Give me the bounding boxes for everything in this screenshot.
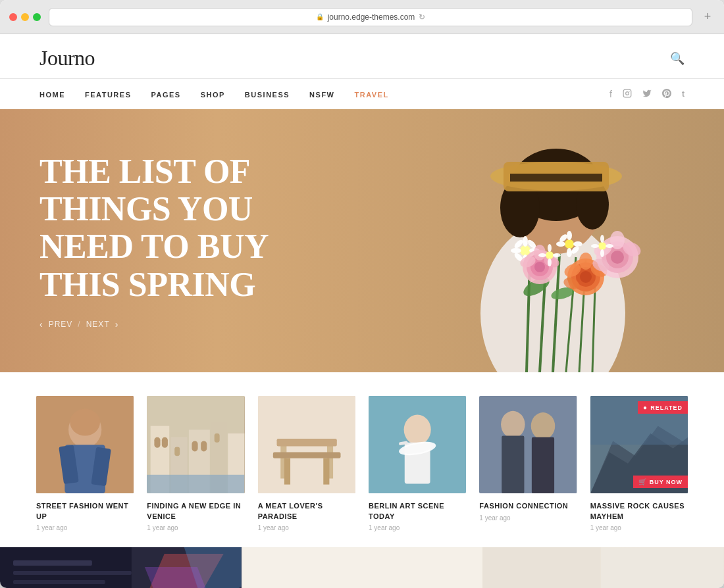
svg-point-65 [600, 235, 604, 243]
article-date-1: 1 year ago [36, 524, 134, 531]
article-card-4[interactable]: BERLIN ART SCENE TODAY 1 year ago [369, 396, 466, 531]
articles-section: STREET FASHION WENT UP 1 year ago [0, 372, 724, 547]
svg-point-49 [579, 253, 592, 270]
nav-link-home[interactable]: HOME [39, 91, 65, 99]
svg-rect-120 [482, 547, 601, 588]
browser-dots [9, 13, 41, 21]
svg-point-30 [567, 231, 572, 240]
social-links: f t [609, 89, 685, 100]
articles-grid: STREET FASHION WENT UP 1 year ago [36, 396, 688, 531]
svg-rect-92 [272, 453, 340, 458]
article-thumb-1 [36, 396, 134, 493]
svg-point-102 [501, 411, 525, 438]
article-date-6: 1 year ago [590, 524, 688, 531]
nav-separator: / [78, 319, 80, 328]
svg-rect-103 [502, 435, 525, 493]
facebook-icon[interactable]: f [609, 89, 612, 99]
nav-link-shop[interactable]: SHOP [201, 91, 225, 99]
svg-rect-118 [242, 547, 483, 588]
svg-point-42 [534, 245, 546, 260]
minimize-dot[interactable] [21, 13, 29, 21]
svg-rect-113 [13, 580, 105, 584]
article-card-2[interactable]: FINDING A NEW EDGE IN VENICE 1 year ago [147, 396, 244, 531]
article-date-4: 1 year ago [369, 524, 466, 531]
article-title-6: MASSIVE ROCK CAUSES MAYHEM [590, 501, 688, 522]
website-content: Journo 🔍 HOME FEATURES PAGES SHOP BUSINE… [0, 34, 724, 588]
svg-point-46 [580, 271, 592, 283]
article-title-4: BERLIN ART SCENE TODAY [369, 501, 466, 522]
cart-icon: 🛒 [638, 478, 647, 485]
article-thumb-6: ● RELATED 🛒 BUY NOW [590, 396, 688, 493]
nav-links: HOME FEATURES PAGES SHOP BUSINESS NSFW T… [39, 88, 389, 100]
header-divider [0, 78, 724, 79]
hero-image [408, 129, 685, 372]
svg-rect-94 [323, 458, 329, 485]
refresh-icon[interactable]: ↻ [419, 12, 425, 22]
svg-point-60 [548, 244, 552, 252]
address-bar[interactable]: 🔒 journo.edge-themes.com ↻ [49, 8, 692, 26]
close-dot[interactable] [9, 13, 17, 21]
svg-point-59 [546, 251, 554, 259]
maximize-dot[interactable] [33, 13, 41, 21]
nav-link-pages[interactable]: PAGES [151, 91, 180, 99]
nav-item-home[interactable]: HOME [39, 88, 65, 100]
bottom-preview: The Best Of [0, 547, 724, 588]
hero-title: THE LIST OF THINGS YOU NEED TO BUY THIS … [39, 153, 316, 303]
nav-item-travel[interactable]: TRAVEL [355, 88, 389, 100]
svg-rect-101 [479, 396, 577, 493]
nav-link-features[interactable]: FEATURES [85, 91, 131, 99]
hero-navigation: ‹ PREV / NEXT › [39, 318, 316, 329]
svg-point-68 [606, 244, 613, 248]
article-date-5: 1 year ago [479, 514, 577, 522]
browser-chrome: 🔒 journo.edge-themes.com ↻ + [0, 0, 724, 34]
instagram-icon[interactable] [623, 89, 632, 100]
lock-icon: 🔒 [316, 13, 324, 20]
hero-section: THE LIST OF THINGS YOU NEED TO BUY THIS … [0, 109, 724, 372]
preview-block-2 [242, 547, 483, 588]
nav-item-pages[interactable]: PAGES [151, 88, 180, 100]
search-icon[interactable]: 🔍 [670, 51, 685, 66]
article-card-6[interactable]: ● RELATED 🛒 BUY NOW MASSIVE ROCK CAUSES … [590, 396, 688, 531]
nav-item-shop[interactable]: SHOP [201, 88, 225, 100]
twitter-icon[interactable] [642, 89, 652, 100]
svg-point-61 [548, 258, 552, 266]
related-label: RELATED [650, 404, 683, 411]
preview-block-3: The Best Of [482, 547, 724, 588]
svg-rect-93 [284, 458, 290, 485]
next-button[interactable]: NEXT [86, 319, 110, 328]
preview-block-1 [0, 547, 242, 588]
buy-now-label: BUY NOW [650, 479, 683, 485]
site-logo[interactable]: Journo [39, 46, 95, 70]
hero-content: THE LIST OF THINGS YOU NEED TO BUY THIS … [39, 153, 316, 330]
svg-rect-105 [532, 437, 554, 494]
article-thumb-2 [147, 396, 244, 493]
article-title-5: FASHION CONNECTION [479, 501, 577, 511]
tumblr-icon[interactable]: t [682, 89, 685, 99]
svg-rect-86 [215, 433, 220, 443]
nav-link-business[interactable]: BUSINESS [245, 91, 290, 99]
article-card-5[interactable]: FASHION CONNECTION 1 year ago [479, 396, 577, 531]
svg-rect-85 [201, 441, 207, 451]
svg-point-31 [567, 248, 572, 257]
article-card-1[interactable]: STREET FASHION WENT UP 1 year ago [36, 396, 134, 531]
nav-link-nsfw[interactable]: NSFW [309, 91, 334, 99]
nav-item-nsfw[interactable]: NSFW [309, 88, 334, 100]
article-date-2: 1 year ago [147, 524, 244, 531]
prev-button[interactable]: PREV [49, 319, 73, 328]
nav-link-travel[interactable]: TRAVEL [355, 91, 389, 99]
buy-now-badge[interactable]: 🛒 BUY NOW [633, 476, 688, 488]
nav-item-features[interactable]: FEATURES [85, 88, 131, 100]
svg-point-21 [523, 236, 528, 247]
related-badge: ● RELATED [638, 401, 688, 414]
article-card-3[interactable]: A MEAT LOVER'S PARADISE 1 year ago [258, 396, 355, 531]
svg-point-64 [598, 242, 606, 250]
new-tab-button[interactable]: + [700, 10, 715, 24]
next-chevron-icon: › [115, 318, 119, 329]
svg-point-62 [538, 253, 546, 257]
svg-rect-0 [623, 89, 631, 97]
prev-chevron-icon: ‹ [39, 318, 43, 329]
pinterest-icon[interactable] [662, 89, 671, 100]
header-top: Journo 🔍 [39, 46, 685, 70]
article-date-3: 1 year ago [258, 524, 355, 531]
nav-item-business[interactable]: BUSINESS [245, 88, 290, 100]
